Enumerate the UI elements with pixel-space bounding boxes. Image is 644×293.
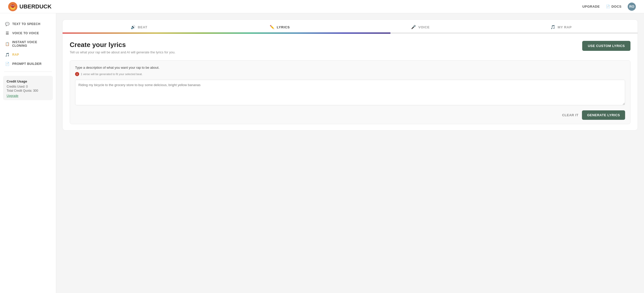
app-header: UBERDUCK UPGRADE 📄 DOCS RO [0,0,644,13]
svg-point-5 [12,5,12,6]
form-label: Type a description of what you want your… [75,66,625,69]
sidebar-label-voice-to-voice: VOICE TO VOICE [12,31,39,35]
music-note-icon: 🎵 [5,53,10,57]
tab-beat-label: BEAT [138,25,148,29]
tab-beat[interactable]: 🔊 BEAT [69,20,209,32]
sidebar-label-text-to-speech: TEXT TO SPEECH [12,22,40,26]
microphone-icon: 🎤 [411,25,416,29]
svg-point-6 [13,5,14,6]
pencil-icon: ✏️ [270,25,275,29]
sidebar-item-voice-to-voice[interactable]: ☰ VOICE TO VOICE [0,29,56,38]
tabs-header: 🔊 BEAT ✏️ LYRICS 🎤 VOICE 🎵 MY RAP [63,20,638,32]
tab-lyrics[interactable]: ✏️ LYRICS [209,20,350,32]
credit-usage-title: Credit Usage [7,79,49,83]
sidebar-label-rap: RAP [12,53,19,56]
lyrics-title-group: Create your lyrics Tell us what your rap… [70,41,175,54]
content-card: 🔊 BEAT ✏️ LYRICS 🎤 VOICE 🎵 MY RAP [62,19,638,131]
lyrics-textarea[interactable] [75,80,625,105]
sidebar-item-instant-voice-cloning[interactable]: 📋 INSTANT VOICE CLONING [0,38,56,50]
clear-button[interactable]: CLEAR IT [562,113,578,117]
form-hint: i 1 verse will be generated to fit your … [75,72,625,76]
info-icon: i [75,72,79,76]
clipboard-icon: 📋 [5,42,10,46]
sidebar-label-prompt-builder: PROMPT BUILDER [12,62,42,66]
chat-icon: 💬 [5,22,10,26]
sidebar-item-text-to-speech[interactable]: 💬 TEXT TO SPEECH [0,19,56,29]
main-content: 🔊 BEAT ✏️ LYRICS 🎤 VOICE 🎵 MY RAP [56,13,644,293]
lyrics-panel: Create your lyrics Tell us what your rap… [63,34,638,130]
use-custom-lyrics-button[interactable]: USE CUSTOM LYRICS [582,41,630,51]
sidebar: 💬 TEXT TO SPEECH ☰ VOICE TO VOICE 📋 INST… [0,13,56,293]
tab-lyrics-label: LYRICS [277,25,290,29]
sidebar-divider [4,72,52,72]
lyrics-form-box: Type a description of what you want your… [70,60,630,124]
avatar[interactable]: RO [628,3,636,11]
credit-upgrade-link[interactable]: Upgrade [7,94,49,98]
tab-my-rap-label: MY RAP [558,25,572,29]
sidebar-item-rap[interactable]: 🎵 RAP [0,50,56,59]
music-icon: 🎵 [551,25,556,29]
lyrics-title: Create your lyrics [70,41,175,49]
docs-link[interactable]: 📄 DOCS [606,5,622,8]
credit-usage-box: Credit Usage Credits Used: 0 Total Credi… [3,76,53,100]
document-icon: 📄 [5,62,10,66]
speaker-icon: 🔊 [131,25,136,29]
lyrics-header: Create your lyrics Tell us what your rap… [70,41,630,54]
menu-icon: ☰ [5,31,10,35]
svg-point-2 [11,4,15,8]
upgrade-link[interactable]: UPGRADE [582,5,600,8]
docs-icon: 📄 [606,5,610,8]
form-actions: CLEAR IT GENERATE LYRICS [75,110,625,120]
sidebar-label-instant-voice-cloning: INSTANT VOICE CLONING [12,40,51,48]
sidebar-item-prompt-builder[interactable]: 📄 PROMPT BUILDER [0,59,56,68]
credits-used: Credits Used: 0 [7,85,49,88]
tab-my-rap[interactable]: 🎵 MY RAP [491,20,631,32]
total-quota: Total Credit Quota: 300 [7,89,49,92]
main-layout: 💬 TEXT TO SPEECH ☰ VOICE TO VOICE 📋 INST… [0,13,644,293]
form-hint-text: 1 verse will be generated to fit your se… [81,73,142,76]
lyrics-subtitle: Tell us what your rap will be about and … [70,50,175,54]
tab-voice-label: VOICE [418,25,430,29]
generate-lyrics-button[interactable]: GENERATE LYRICS [582,110,625,120]
tab-voice[interactable]: 🎤 VOICE [350,20,491,32]
logo-text: UBERDUCK [19,3,52,10]
header-actions: UPGRADE 📄 DOCS RO [582,3,636,11]
logo[interactable]: UBERDUCK [8,2,52,11]
